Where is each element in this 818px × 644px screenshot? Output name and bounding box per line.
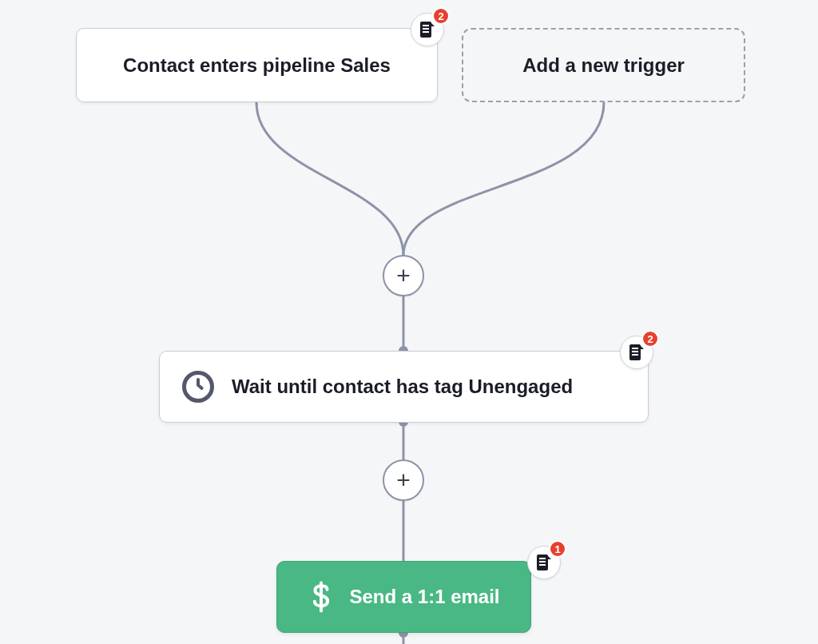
action-node-send-email[interactable]: Send a 1:1 email bbox=[276, 561, 531, 633]
badge-count: 2 bbox=[432, 7, 450, 25]
add-step-button[interactable]: + bbox=[383, 459, 424, 501]
clock-icon bbox=[182, 371, 214, 403]
dollar-icon bbox=[308, 581, 335, 613]
automation-canvas: Contact enters pipeline Sales 2 Add a ne… bbox=[0, 0, 818, 644]
trigger-node-pipeline-sales[interactable]: Contact enters pipeline Sales bbox=[76, 28, 438, 102]
plus-icon: + bbox=[396, 264, 411, 288]
badge-count: 1 bbox=[549, 540, 566, 558]
wait-node-tag-unengaged[interactable]: Wait until contact has tag Unengaged bbox=[159, 351, 649, 423]
add-step-button[interactable]: + bbox=[383, 255, 424, 296]
notes-badge[interactable]: 2 bbox=[620, 336, 653, 369]
badge-count: 2 bbox=[641, 330, 659, 348]
note-icon bbox=[629, 344, 644, 360]
trigger-label: Contact enters pipeline Sales bbox=[123, 54, 391, 77]
note-icon bbox=[420, 22, 435, 38]
plus-icon: + bbox=[396, 468, 411, 492]
add-trigger-label: Add a new trigger bbox=[522, 54, 685, 77]
notes-badge[interactable]: 2 bbox=[411, 13, 444, 46]
note-icon bbox=[537, 555, 551, 570]
add-trigger-node[interactable]: Add a new trigger bbox=[462, 28, 745, 102]
notes-badge[interactable]: 1 bbox=[527, 546, 561, 579]
action-label: Send a 1:1 email bbox=[349, 586, 499, 608]
wait-label: Wait until contact has tag Unengaged bbox=[232, 376, 573, 398]
